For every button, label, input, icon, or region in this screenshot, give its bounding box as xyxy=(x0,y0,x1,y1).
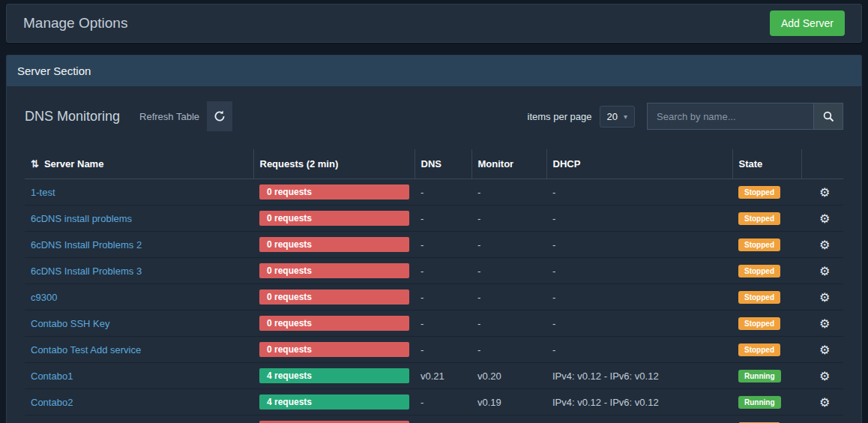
requests-badge: 0 requests xyxy=(259,211,409,226)
column-header-actions xyxy=(801,149,843,179)
section-title: Server Section xyxy=(7,56,861,86)
gear-icon[interactable]: ⚙ xyxy=(819,186,830,199)
dns-version: - xyxy=(415,284,471,310)
monitor-version: - xyxy=(471,284,546,310)
requests-badge: 0 requests xyxy=(259,184,409,200)
gear-icon[interactable]: ⚙ xyxy=(819,317,830,330)
monitor-version: v0.20 xyxy=(471,363,546,389)
server-name-link[interactable]: Contabo Test Add service xyxy=(31,344,141,356)
monitor-version: - xyxy=(471,310,546,337)
server-section-card: Server Section DNS Monitoring Refresh Ta… xyxy=(6,55,862,423)
server-name-link[interactable]: c9300 xyxy=(31,292,57,303)
chevron-down-icon: ▾ xyxy=(624,112,627,121)
server-table-body: 1-test 0 requests - - - Stopped ⚙ 6cDNS … xyxy=(25,179,843,423)
server-name-link[interactable]: Contabo SSH Key xyxy=(31,318,110,329)
search-input[interactable] xyxy=(647,103,813,130)
gear-icon[interactable]: ⚙ xyxy=(819,396,830,409)
panel-title: DNS Monitoring xyxy=(25,109,120,124)
column-header-dhcp: DHCP xyxy=(546,149,732,179)
requests-badge: 0 requests xyxy=(259,237,409,252)
gear-icon[interactable]: ⚙ xyxy=(819,212,830,225)
table-toolbar: DNS Monitoring Refresh Table items per p… xyxy=(25,101,843,131)
page-title: Manage Options xyxy=(23,15,127,32)
dns-version: - xyxy=(415,258,471,284)
state-badge: Stopped xyxy=(738,265,780,278)
items-per-page-value: 20 xyxy=(607,111,618,122)
gear-icon[interactable]: ⚙ xyxy=(819,265,830,278)
dns-version: - xyxy=(415,416,471,423)
requests-badge: 4 requests xyxy=(259,394,409,410)
dhcp-versions: - xyxy=(546,206,732,232)
monitor-version: - xyxy=(471,179,546,206)
server-name-link[interactable]: 6cDNS Install Problems 3 xyxy=(31,266,142,277)
gear-icon[interactable]: ⚙ xyxy=(819,344,830,356)
column-header-server-name[interactable]: ⇅Server Name xyxy=(25,149,253,179)
state-badge: Stopped xyxy=(738,212,780,225)
dhcp-versions: - xyxy=(546,258,732,284)
refresh-icon xyxy=(214,110,226,122)
state-badge: Running xyxy=(738,370,781,382)
dhcp-versions: - xyxy=(546,310,732,337)
table-row: 6cDNS Install Problems 3 0 requests - - … xyxy=(25,258,843,284)
add-server-button[interactable]: Add Server xyxy=(770,10,845,36)
table-row: 6cDNS install problems 0 requests - - - … xyxy=(25,206,843,232)
state-badge: Stopped xyxy=(738,238,780,251)
dns-version: - xyxy=(415,179,471,206)
dhcp-versions: IPv4: v0.12 - IPv6: v0.12 xyxy=(546,389,732,416)
items-per-page-select[interactable]: 20 ▾ xyxy=(600,106,636,128)
table-row: c9300 0 requests - - - Stopped ⚙ xyxy=(25,284,843,310)
table-row: Contabo1 4 requests v0.21 v0.20 IPv4: v0… xyxy=(25,363,843,389)
refresh-button[interactable] xyxy=(207,101,232,131)
server-name-link[interactable]: 1-test xyxy=(31,187,55,198)
requests-badge: 0 requests xyxy=(259,316,409,331)
dns-version: - xyxy=(415,389,471,416)
requests-badge: 0 requests xyxy=(259,342,409,357)
dhcp-versions: - xyxy=(546,416,732,423)
table-row: Contabo Test Add service 0 requests - - … xyxy=(25,337,843,363)
gear-icon[interactable]: ⚙ xyxy=(819,238,830,251)
toolbar-right: items per page 20 ▾ xyxy=(528,103,844,130)
column-header-state: State xyxy=(732,149,801,179)
dns-version: - xyxy=(415,232,471,258)
table-row: 6cDNS Install Problems 2 0 requests - - … xyxy=(25,232,843,258)
state-badge: Stopped xyxy=(738,344,780,356)
dhcp-versions: - xyxy=(546,284,732,310)
dns-version: - xyxy=(415,206,471,232)
server-table: ⇅Server Name Requests (2 min) DNS Monito… xyxy=(25,149,843,423)
monitor-version: - xyxy=(471,232,546,258)
monitor-version: v0.19 xyxy=(471,389,546,416)
column-header-dns: DNS xyxy=(415,149,471,179)
table-row: Contabo SSH Key 0 requests - - - Stopped… xyxy=(25,310,843,337)
table-header-row: ⇅Server Name Requests (2 min) DNS Monito… xyxy=(25,149,843,179)
table-row: Demo Contabo1 0 requests - - - Stopped ⚙ xyxy=(25,416,843,423)
server-name-link[interactable]: Contabo1 xyxy=(31,370,73,382)
search-button[interactable] xyxy=(813,103,843,130)
search-icon xyxy=(823,111,834,122)
monitor-version: - xyxy=(471,416,546,423)
state-badge: Stopped xyxy=(738,186,780,199)
monitor-version: - xyxy=(471,258,546,284)
items-per-page-label: items per page xyxy=(528,111,592,122)
table-row: 1-test 0 requests - - - Stopped ⚙ xyxy=(25,179,843,206)
monitor-version: - xyxy=(471,337,546,363)
state-badge: Stopped xyxy=(738,317,780,330)
column-header-requests: Requests (2 min) xyxy=(253,149,415,179)
dhcp-versions: - xyxy=(546,232,732,258)
server-name-link[interactable]: Contabo2 xyxy=(31,397,73,408)
panel-body: DNS Monitoring Refresh Table items per p… xyxy=(7,86,861,423)
server-name-link[interactable]: 6cDNS install problems xyxy=(31,213,132,224)
sort-icon: ⇅ xyxy=(31,158,39,170)
gear-icon[interactable]: ⚙ xyxy=(819,291,830,304)
requests-badge: 4 requests xyxy=(259,368,409,383)
table-row: Contabo2 4 requests - v0.19 IPv4: v0.12 … xyxy=(25,389,843,416)
dns-version: - xyxy=(415,310,471,337)
dhcp-versions: - xyxy=(546,179,732,206)
server-name-link[interactable]: 6cDNS Install Problems 2 xyxy=(31,239,142,250)
state-badge: Stopped xyxy=(738,291,780,304)
top-bar: Manage Options Add Server xyxy=(6,4,862,43)
gear-icon[interactable]: ⚙ xyxy=(819,370,830,382)
refresh-table-label: Refresh Table xyxy=(139,111,199,122)
dhcp-versions: - xyxy=(546,337,732,363)
dns-version: - xyxy=(415,337,471,363)
dhcp-versions: IPv4: v0.12 - IPv6: v0.12 xyxy=(546,363,732,389)
